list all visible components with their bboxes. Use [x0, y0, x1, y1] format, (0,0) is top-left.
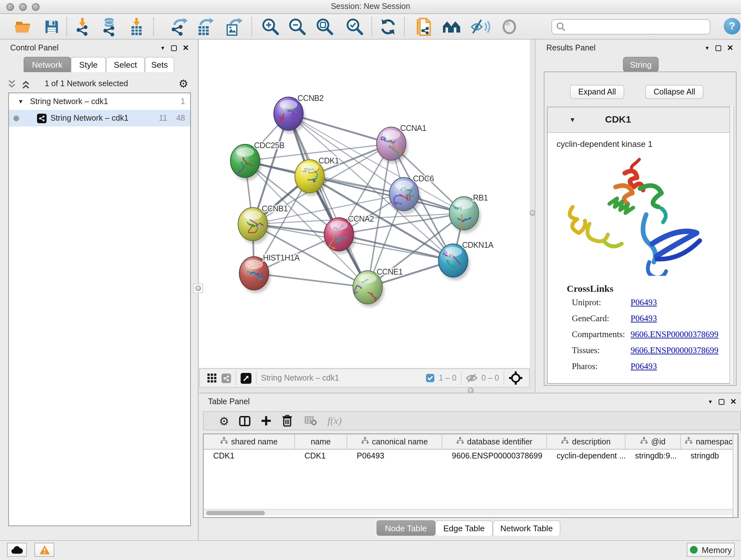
- scrollbar-thumb[interactable]: [206, 510, 265, 515]
- zoom-out-icon[interactable]: [287, 17, 308, 37]
- toolbar-separator: [153, 17, 154, 37]
- table-cell[interactable]: stringdb: [681, 449, 738, 462]
- function-builder-icon[interactable]: f(x): [327, 415, 341, 427]
- table-panel-float-icon[interactable]: [719, 399, 724, 405]
- window-title: Session: New Session: [0, 2, 741, 11]
- table-horizontal-scrollbar[interactable]: [204, 509, 738, 515]
- control-panel-close-icon[interactable]: ✕: [183, 44, 189, 52]
- table-cell[interactable]: stringdb:9...: [625, 449, 681, 462]
- column-type-icon: [456, 437, 464, 446]
- results-panel-close-icon[interactable]: ✕: [727, 44, 733, 52]
- crosslink-value-link[interactable]: 9606.ENSP00000378699: [630, 346, 718, 356]
- hidden-eye-icon[interactable]: [466, 374, 477, 382]
- network-edge[interactable]: [288, 114, 367, 287]
- table-panel-close-icon[interactable]: ✕: [730, 397, 737, 406]
- gene-card-header[interactable]: ▼ CDK1: [548, 107, 733, 133]
- import-network-database-icon[interactable]: [99, 17, 119, 37]
- table-cell[interactable]: CDK1: [204, 449, 295, 462]
- column-header[interactable]: database identifier: [442, 434, 547, 449]
- column-header[interactable]: namespace: [681, 434, 738, 449]
- left-splitter-handle[interactable]: [193, 284, 203, 293]
- table-cell[interactable]: 9606.ENSP00000378699: [442, 449, 547, 462]
- control-panel-float-icon[interactable]: [171, 45, 177, 51]
- column-type-icon: [561, 437, 569, 446]
- crosslink-label: Tissues:: [572, 346, 630, 356]
- tab-edge-table[interactable]: Edge Table: [435, 520, 493, 536]
- node-navigation-crosshair-icon[interactable]: [509, 371, 523, 385]
- network-tree: ▼ String Network – cdk1 1 String Network…: [8, 92, 191, 526]
- crosslink-value-link[interactable]: P06493: [630, 314, 657, 324]
- tab-select[interactable]: Select: [106, 57, 145, 72]
- tab-style[interactable]: Style: [71, 57, 106, 72]
- results-scrollbar[interactable]: [730, 107, 734, 384]
- expand-all-button[interactable]: Expand All: [570, 85, 624, 99]
- network-options-gear-icon[interactable]: ⚙: [179, 77, 189, 90]
- level-of-detail-icon[interactable]: [499, 17, 520, 37]
- table-cell[interactable]: P06493: [347, 449, 442, 462]
- save-session-icon[interactable]: [42, 17, 62, 37]
- collapse-all-icon[interactable]: [8, 80, 16, 89]
- network-edge[interactable]: [254, 273, 367, 287]
- tab-network-table[interactable]: Network Table: [493, 520, 560, 536]
- refresh-view-icon[interactable]: [378, 17, 398, 37]
- share-document-icon[interactable]: [414, 17, 434, 37]
- tab-network[interactable]: Network: [23, 57, 71, 72]
- table-settings-gear-icon[interactable]: ⚙: [219, 414, 229, 428]
- gene-disclosure-icon[interactable]: ▼: [569, 116, 576, 123]
- crosslink-value-link[interactable]: P06493: [630, 361, 657, 372]
- grid-view-icon[interactable]: [207, 374, 216, 382]
- table-cell[interactable]: CDK1: [295, 449, 347, 462]
- add-column-icon[interactable]: [260, 415, 272, 427]
- warnings-button[interactable]: [35, 543, 54, 557]
- birds-eye-view-icon[interactable]: [241, 373, 252, 383]
- network-collection-row[interactable]: ▼ String Network – cdk1 1: [9, 93, 190, 110]
- export-network-icon[interactable]: [169, 17, 189, 37]
- export-table-icon[interactable]: [195, 17, 215, 37]
- crosslink-value-link[interactable]: 9606.ENSP00000378699: [630, 329, 718, 340]
- table-panel-menu-icon[interactable]: ▼: [708, 399, 713, 405]
- collapse-all-button[interactable]: Collapse All: [645, 85, 704, 99]
- home-icon[interactable]: [442, 17, 462, 37]
- results-panel-menu-icon[interactable]: ▼: [704, 45, 710, 51]
- export-image-icon[interactable]: [223, 17, 244, 37]
- table-cell[interactable]: cyclin-dependent ...: [547, 449, 625, 462]
- cloud-button[interactable]: [7, 543, 27, 557]
- network-share-icon[interactable]: [221, 373, 231, 383]
- import-network-file-icon[interactable]: [73, 17, 93, 37]
- tab-node-table[interactable]: Node Table: [377, 520, 435, 536]
- zoom-fit-icon[interactable]: [315, 17, 335, 37]
- show-columns-icon[interactable]: [239, 415, 251, 427]
- collection-disclosure-icon[interactable]: ▼: [18, 98, 23, 105]
- memory-button[interactable]: Memory: [687, 543, 735, 557]
- column-header-label: database identifier: [467, 437, 532, 446]
- node-label: CCNB1: [262, 204, 288, 213]
- search-input[interactable]: [551, 19, 711, 35]
- cytoscape-window: Session: New Session: [0, 0, 741, 560]
- zoom-in-icon[interactable]: [260, 17, 281, 37]
- network-canvas[interactable]: CCNB2CCNA1CDC25BCDK1CDC6RB1CCNB1CCNA2CDK…: [199, 40, 530, 368]
- column-header[interactable]: canonical name: [347, 434, 442, 449]
- crosslink-value-link[interactable]: P06493: [630, 298, 657, 308]
- control-panel-menu-icon[interactable]: ▼: [160, 45, 165, 51]
- column-header[interactable]: @id: [625, 434, 681, 449]
- selected-checkbox-icon[interactable]: [426, 374, 435, 382]
- column-header[interactable]: name: [295, 434, 347, 449]
- expand-all-icon[interactable]: [22, 80, 30, 89]
- gene-card: ▼ CDK1 cyclin-dependent kinase 1: [547, 107, 733, 384]
- zoom-selected-icon[interactable]: [345, 17, 365, 37]
- tab-sets[interactable]: Sets: [145, 57, 174, 72]
- delete-column-icon[interactable]: [281, 415, 293, 427]
- column-header[interactable]: shared name: [204, 434, 295, 449]
- import-table-file-icon[interactable]: [126, 17, 147, 37]
- delete-table-icon[interactable]: [305, 416, 317, 426]
- hide-graphics-icon[interactable]: [470, 17, 491, 37]
- column-header[interactable]: description: [547, 434, 625, 449]
- table-vertical-scrollbar[interactable]: [733, 434, 738, 517]
- node-label: CDC25B: [254, 141, 284, 150]
- open-session-icon[interactable]: [13, 17, 33, 37]
- table-row[interactable]: CDK1CDK1P064939606.ENSP00000378699cyclin…: [204, 449, 738, 462]
- network-row-selected[interactable]: String Network – cdk1 11 48: [9, 110, 190, 126]
- results-panel-float-icon[interactable]: [716, 45, 721, 51]
- tab-string[interactable]: String: [623, 57, 659, 72]
- help-button[interactable]: ?: [724, 18, 740, 35]
